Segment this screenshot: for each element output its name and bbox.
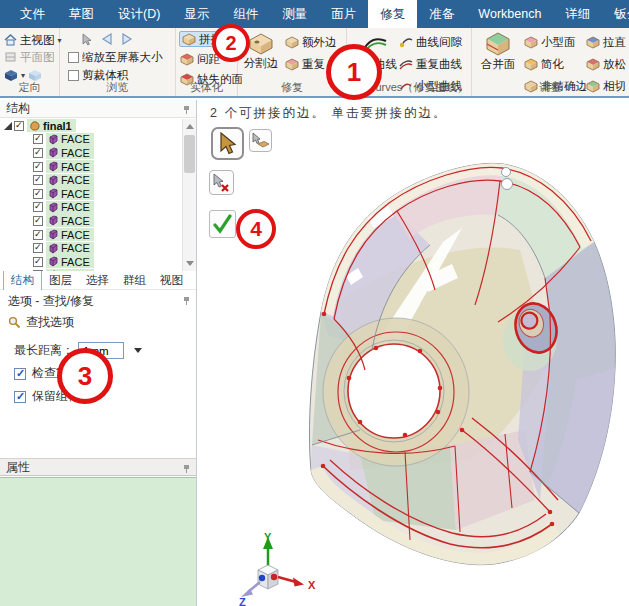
panel-tab-layers[interactable]: 图层 — [42, 271, 79, 290]
forward-arrow-icon — [121, 33, 133, 45]
simplify-button[interactable]: 简化 — [524, 56, 564, 72]
model-pin-hole[interactable] — [502, 179, 513, 190]
tree-row-face[interactable]: FACE — [0, 228, 182, 242]
tab-workbench[interactable]: Workbench — [466, 0, 553, 28]
checkbox-checked[interactable] — [33, 257, 43, 267]
duplicate-curves-label: 重复曲线 — [416, 57, 462, 72]
tree-row-face[interactable]: FACE — [0, 133, 182, 147]
face-icon — [48, 243, 59, 254]
home-view-button[interactable]: 主视图▾ — [4, 32, 62, 48]
panel-tab-groups[interactable]: 群组 — [116, 271, 153, 290]
checkbox-checked[interactable] — [14, 368, 26, 380]
merge-faces-button[interactable]: 合并面 — [478, 31, 518, 72]
step-annotation-2: 2 — [212, 24, 250, 62]
axis-x-arrow — [293, 578, 304, 587]
face-node-label: FACE — [61, 188, 90, 200]
small-faces-button[interactable]: 小型面 — [524, 34, 576, 50]
tree-row-face[interactable]: FACE — [0, 255, 182, 269]
curve-gaps-button[interactable]: 曲线间隙 — [399, 34, 462, 50]
select-edge-button[interactable] — [211, 127, 244, 160]
panel-tab-structure[interactable]: 结构 — [3, 271, 42, 290]
tree-row-face[interactable]: FACE — [0, 201, 182, 215]
tab-detail[interactable]: 详细 — [553, 0, 602, 28]
duplicates-button[interactable]: 重复 — [285, 56, 325, 72]
face-node-label: FACE — [61, 174, 90, 186]
tree-row-face[interactable]: FACE — [0, 146, 182, 160]
face-icon — [48, 202, 59, 213]
zoom-fit-checkbox-row[interactable]: 缩放至屏幕大小 — [68, 49, 163, 65]
model-viewport[interactable]: Y X Z — [200, 100, 629, 606]
panel-tab-views[interactable]: 视图 — [153, 271, 190, 290]
extra-edges-button[interactable]: 额外边 — [285, 34, 337, 50]
tree-row-face[interactable]: FACE — [0, 187, 182, 201]
relax-label: 放松 — [603, 57, 626, 72]
expander-icon[interactable] — [4, 122, 12, 130]
root-node-label: final1 — [43, 120, 72, 132]
group-caption-browse: 浏览 — [60, 80, 175, 95]
tree-row-root[interactable]: final1 — [0, 119, 182, 133]
gaps-button[interactable]: 间距 — [180, 51, 220, 67]
find-options-link[interactable]: 查找选项 — [0, 311, 197, 334]
tree-row-face[interactable]: FACE — [0, 173, 182, 187]
model-large-hole[interactable] — [348, 344, 440, 438]
checkbox-checked[interactable] — [33, 243, 43, 253]
straighten-button[interactable]: 拉直 — [586, 34, 626, 50]
browse-arrows[interactable] — [82, 31, 133, 47]
checkbox-unchecked[interactable] — [68, 70, 79, 81]
checkbox-unchecked[interactable] — [68, 52, 79, 63]
tree-row-face[interactable]: FACE — [0, 214, 182, 228]
checkbox-checked[interactable] — [33, 148, 43, 158]
checkbox-checked[interactable] — [33, 134, 43, 144]
orientation-triad[interactable]: Y X Z — [239, 531, 316, 606]
tab-sketch[interactable]: 草图 — [57, 0, 106, 28]
pin-icon[interactable] — [182, 463, 191, 477]
select-face-button[interactable] — [249, 129, 272, 152]
panel-tab-selection[interactable]: 选择 — [79, 271, 116, 290]
checkbox-checked[interactable] — [33, 189, 43, 199]
model-canvas[interactable]: 2 个可拼接的边。 单击要拼接的边。 — [200, 100, 629, 606]
duplicate-curves-button[interactable]: 重复曲线 — [399, 56, 462, 72]
checkbox-checked[interactable] — [33, 230, 43, 240]
face-node-label: FACE — [61, 215, 90, 227]
checkbox-checked[interactable] — [14, 391, 26, 403]
complete-button[interactable] — [209, 210, 236, 238]
triad-z-dot — [259, 575, 265, 581]
tab-prepare[interactable]: 准备 — [417, 0, 466, 28]
tab-design[interactable]: 设计(D) — [106, 0, 172, 28]
plan-view-button[interactable]: 平面图 — [4, 49, 55, 65]
tab-measure[interactable]: 测量 — [270, 0, 319, 28]
tab-file[interactable]: 文件 — [8, 0, 57, 28]
face-node-label: FACE — [61, 256, 90, 268]
pin-icon[interactable] — [182, 104, 191, 118]
tab-repair[interactable]: 修复 — [368, 0, 417, 28]
simplify-icon — [524, 58, 538, 71]
pin-icon[interactable] — [182, 295, 191, 309]
group-caption-adjust: 调整 — [472, 80, 629, 95]
tree-scrollbar[interactable] — [182, 119, 196, 271]
tab-sheetmetal[interactable]: 钣金 — [602, 0, 629, 28]
tab-display[interactable]: 显示 — [172, 0, 221, 28]
face-icon — [48, 134, 59, 145]
checkbox-checked[interactable] — [33, 202, 43, 212]
scroll-up-icon[interactable] — [186, 124, 194, 129]
checkbox-checked[interactable] — [33, 175, 43, 185]
checkbox-checked[interactable] — [33, 162, 43, 172]
checkbox-checked[interactable] — [33, 216, 43, 226]
component-icon — [29, 120, 41, 131]
tab-facets[interactable]: 面片 — [319, 0, 368, 28]
axis-z-label: Z — [239, 596, 246, 606]
scrollbar-thumb[interactable] — [184, 135, 195, 173]
chevron-down-icon[interactable] — [134, 348, 142, 353]
tree-row-face[interactable]: FACE — [0, 241, 182, 255]
panel-separator[interactable] — [196, 100, 197, 606]
deselect-button[interactable] — [209, 170, 234, 195]
scroll-down-icon[interactable] — [186, 261, 194, 266]
checkbox-checked[interactable] — [14, 121, 24, 131]
face-icon — [48, 188, 59, 199]
tree-row-face[interactable]: FACE — [0, 160, 182, 174]
model-pin-hole[interactable] — [502, 168, 511, 177]
relax-button[interactable]: 放松 — [586, 56, 626, 72]
group-orient: 主视图▾ 平面图 ▾ 定向 — [0, 28, 60, 96]
zoom-fit-label: 缩放至屏幕大小 — [82, 50, 163, 65]
face-node-label: FACE — [61, 242, 90, 254]
